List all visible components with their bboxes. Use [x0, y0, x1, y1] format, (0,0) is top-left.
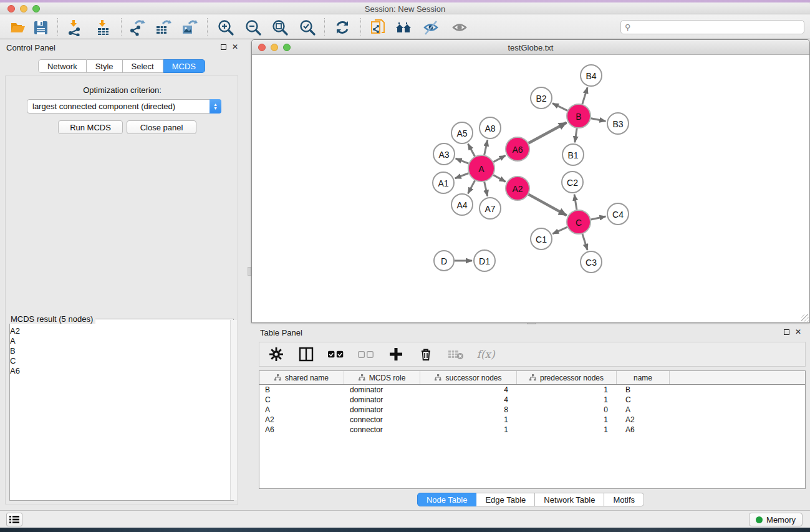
table-row[interactable]: Cdominator41C [259, 395, 805, 405]
node-A5[interactable]: A5 [451, 122, 473, 143]
table-cell[interactable]: A6 [259, 425, 344, 434]
search-box[interactable]: ⚲ [620, 20, 804, 34]
hide-selected-icon[interactable] [422, 18, 440, 37]
edge-C-C4[interactable] [591, 216, 606, 220]
edge-B-B4[interactable] [582, 87, 587, 104]
table-cell[interactable]: A2 [259, 415, 344, 424]
edge-A2-C[interactable] [529, 195, 567, 216]
node-A1[interactable]: A1 [433, 172, 454, 193]
float-table-panel-icon[interactable] [784, 329, 789, 335]
node-C1[interactable]: C1 [531, 228, 552, 249]
mcds-result-scrollbar[interactable] [230, 320, 237, 500]
node-B3[interactable]: B3 [607, 113, 629, 134]
edge-A-A4[interactable] [468, 180, 475, 193]
gear-icon[interactable] [268, 346, 284, 362]
close-panel-button[interactable]: Close panel [127, 120, 196, 134]
table-cell[interactable]: A [617, 405, 670, 414]
edge-A-A1[interactable] [455, 173, 469, 178]
node-B4[interactable]: B4 [581, 65, 602, 86]
edge-A-A5[interactable] [468, 144, 475, 157]
tab-network-table[interactable]: Network Table [535, 493, 604, 506]
node-D[interactable]: D [434, 251, 454, 271]
tab-edge-table[interactable]: Edge Table [476, 493, 535, 506]
table-row[interactable]: A6connector11A6 [259, 425, 805, 435]
search-input[interactable] [631, 23, 787, 32]
select-all-checkboxes-icon[interactable] [328, 346, 344, 362]
table-cell[interactable]: 4 [420, 385, 517, 394]
mcds-result-item[interactable]: A6 [10, 366, 224, 376]
save-session-icon[interactable] [31, 18, 50, 37]
zoom-out-icon[interactable] [244, 18, 263, 37]
network-window-titlebar[interactable]: testGlobe.txt [252, 40, 809, 55]
node-table[interactable]: shared nameMCDS rolesuccessor nodesprede… [259, 370, 806, 489]
node-A3[interactable]: A3 [433, 143, 455, 165]
column-header-successor-nodes[interactable]: successor nodes [420, 371, 517, 384]
column-header-shared-name[interactable]: shared name [259, 371, 344, 384]
tab-network[interactable]: Network [38, 59, 87, 73]
table-cell[interactable]: dominator [344, 395, 420, 404]
edge-A6-B[interactable] [529, 122, 567, 143]
table-cell[interactable]: C [617, 395, 670, 404]
tab-mcds[interactable]: MCDS [163, 59, 205, 73]
table-cell[interactable]: 1 [517, 385, 617, 394]
resize-grip-icon[interactable] [801, 314, 809, 322]
node-A7[interactable]: A7 [480, 198, 501, 219]
network-graph[interactable]: AA6A2BCA5A8A3A1A4A7B2B4B3B1C2C4C1C3DD1 [252, 55, 809, 322]
edge-B-B3[interactable] [591, 118, 606, 122]
delete-table-icon[interactable] [448, 346, 464, 362]
add-column-icon[interactable] [388, 346, 404, 362]
open-file-icon[interactable] [9, 18, 27, 37]
first-neighbors-icon[interactable] [394, 18, 413, 37]
table-cell[interactable]: dominator [344, 405, 420, 414]
column-header-predecessor-nodes[interactable]: predecessor nodes [517, 371, 617, 384]
column-header-MCDS-role[interactable]: MCDS role [344, 371, 420, 384]
node-C2[interactable]: C2 [562, 172, 583, 193]
table-cell[interactable]: B [259, 385, 344, 394]
node-C4[interactable]: C4 [607, 203, 629, 225]
zoom-fit-icon[interactable] [271, 18, 289, 37]
edge-C-C2[interactable] [574, 195, 577, 210]
close-table-panel-icon[interactable]: ✕ [795, 329, 801, 335]
refresh-icon[interactable] [333, 18, 352, 37]
criterion-dropdown[interactable]: largest connected component (directed) ▲… [27, 99, 221, 114]
table-cell[interactable]: 1 [517, 415, 617, 424]
import-table-icon[interactable] [94, 18, 112, 37]
table-cell[interactable]: A2 [617, 415, 670, 424]
table-cell[interactable]: A [259, 405, 344, 414]
edge-C-C3[interactable] [582, 234, 587, 250]
edge-B-B1[interactable] [575, 128, 577, 142]
function-builder-icon[interactable]: f(x) [478, 346, 494, 362]
export-table-icon[interactable] [153, 18, 172, 37]
edge-C-C1[interactable] [552, 227, 567, 234]
node-A6[interactable]: A6 [506, 137, 529, 161]
table-row[interactable]: A2connector11A2 [259, 415, 805, 425]
table-cell[interactable]: A6 [617, 425, 670, 434]
edge-A-A3[interactable] [456, 158, 469, 163]
table-cell[interactable]: 1 [517, 425, 617, 434]
node-B[interactable]: B [567, 104, 591, 128]
zoom-in-icon[interactable] [216, 18, 235, 37]
column-header-name[interactable]: name [617, 371, 670, 384]
mcds-result-item[interactable]: C [10, 356, 224, 366]
float-panel-icon[interactable] [221, 44, 226, 50]
run-mcds-button[interactable]: Run MCDS [58, 120, 123, 134]
node-D1[interactable]: D1 [474, 250, 495, 271]
edge-B-B2[interactable] [552, 104, 567, 111]
table-cell[interactable]: 0 [517, 405, 617, 414]
tab-style[interactable]: Style [87, 59, 123, 73]
mcds-result-item[interactable]: A2 [10, 326, 224, 336]
table-cell[interactable]: connector [344, 425, 420, 434]
table-cell[interactable]: 1 [420, 415, 517, 424]
mcds-result-item[interactable]: A [10, 336, 224, 346]
node-A8[interactable]: A8 [480, 117, 501, 138]
node-B2[interactable]: B2 [531, 87, 552, 109]
table-cell[interactable]: dominator [344, 385, 420, 394]
memory-button[interactable]: Memory [749, 513, 803, 526]
export-image-icon[interactable] [180, 18, 198, 37]
deselect-all-checkboxes-icon[interactable] [358, 346, 374, 362]
table-cell[interactable]: 1 [420, 425, 517, 434]
edge-A-A8[interactable] [485, 140, 488, 155]
new-network-from-selection-icon[interactable] [369, 18, 388, 37]
mcds-result-item[interactable]: B [10, 346, 224, 356]
table-row[interactable]: Adominator80A [259, 405, 805, 415]
